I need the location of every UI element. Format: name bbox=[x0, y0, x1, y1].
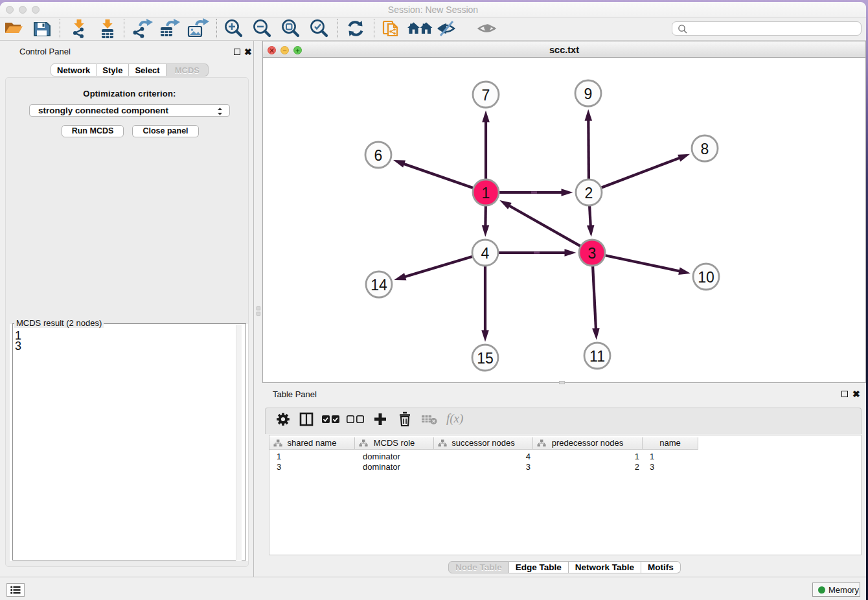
svg-text:9: 9 bbox=[584, 86, 593, 102]
svg-text:14: 14 bbox=[371, 277, 387, 294]
svg-text:2: 2 bbox=[585, 185, 593, 202]
svg-text:10: 10 bbox=[698, 269, 714, 286]
svg-text:4: 4 bbox=[481, 245, 490, 262]
svg-text:7: 7 bbox=[482, 87, 490, 104]
svg-text:11: 11 bbox=[589, 348, 605, 365]
svg-text:15: 15 bbox=[477, 350, 494, 367]
svg-text:3: 3 bbox=[588, 245, 597, 262]
svg-text:8: 8 bbox=[701, 141, 709, 157]
svg-text:1: 1 bbox=[482, 185, 490, 202]
svg-text:6: 6 bbox=[374, 147, 383, 164]
